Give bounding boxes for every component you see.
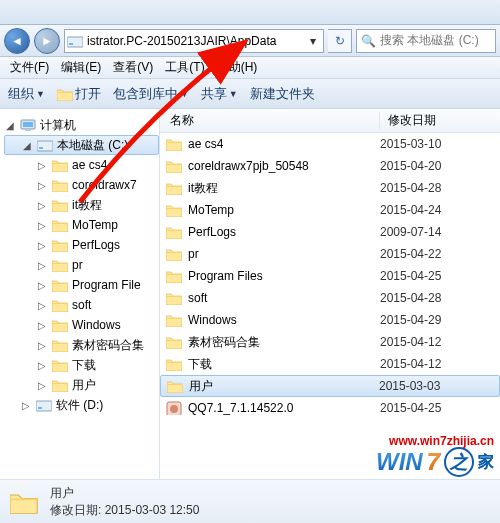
chevron-down-icon: ▼ <box>36 89 45 99</box>
tree-item[interactable]: ▷soft <box>4 295 159 315</box>
expand-icon[interactable]: ▷ <box>36 300 48 311</box>
computer-icon <box>20 117 36 133</box>
back-button[interactable]: ◄ <box>4 28 30 54</box>
file-row[interactable]: MoTemp2015-04-24 <box>160 199 500 221</box>
navigation-row: ◄ ► istrator.PC-20150213JAIR\AppData ▾ ↻… <box>0 25 500 57</box>
search-placeholder: 搜索 本地磁盘 (C:) <box>380 32 479 49</box>
tree-item[interactable]: ▷it教程 <box>4 195 159 215</box>
folder-icon <box>166 246 182 262</box>
folder-icon <box>52 317 68 333</box>
organize-button[interactable]: 组织 ▼ <box>8 85 45 103</box>
menu-view[interactable]: 查看(V) <box>109 57 157 78</box>
expand-icon[interactable]: ▷ <box>36 260 48 271</box>
expand-icon[interactable]: ▷ <box>20 400 32 411</box>
expand-icon[interactable]: ▷ <box>36 180 48 191</box>
address-bar[interactable]: istrator.PC-20150213JAIR\AppData ▾ <box>64 29 324 53</box>
search-icon: 🔍 <box>361 34 376 48</box>
tree-item[interactable]: ▷PerfLogs <box>4 235 159 255</box>
folder-icon <box>52 177 68 193</box>
tree-computer[interactable]: ◢ 计算机 <box>4 115 159 135</box>
new-folder-button[interactable]: 新建文件夹 <box>250 85 315 103</box>
tree-c-drive[interactable]: ◢ 本地磁盘 (C:) <box>4 135 159 155</box>
open-button[interactable]: 打开 <box>57 85 101 103</box>
expand-icon[interactable]: ▷ <box>36 320 48 331</box>
file-row[interactable]: pr2015-04-22 <box>160 243 500 265</box>
folder-icon <box>52 277 68 293</box>
tree-d-drive[interactable]: ▷ 软件 (D:) <box>4 395 159 415</box>
tree-item[interactable]: ▷pr <box>4 255 159 275</box>
share-button[interactable]: 共享 ▼ <box>201 85 238 103</box>
tree-item[interactable]: ▷ae cs4 <box>4 155 159 175</box>
file-row[interactable]: 用户2015-03-03 <box>160 375 500 397</box>
tree-item[interactable]: ▷Windows <box>4 315 159 335</box>
folder-icon <box>166 136 182 152</box>
folder-icon <box>166 334 182 350</box>
folder-icon <box>166 202 182 218</box>
file-row[interactable]: Program Files2015-04-25 <box>160 265 500 287</box>
menu-edit[interactable]: 编辑(E) <box>57 57 105 78</box>
include-button[interactable]: 包含到库中 ▼ <box>113 85 189 103</box>
expand-icon[interactable]: ▷ <box>36 380 48 391</box>
tree-item[interactable]: ▷Program File <box>4 275 159 295</box>
folder-icon <box>166 356 182 372</box>
drive-icon <box>67 33 83 49</box>
folder-icon <box>52 237 68 253</box>
file-row[interactable]: PerfLogs2009-07-14 <box>160 221 500 243</box>
folder-icon <box>52 377 68 393</box>
expand-icon[interactable]: ▷ <box>36 200 48 211</box>
status-date: 修改日期: 2015-03-03 12:50 <box>50 502 199 519</box>
file-row[interactable]: Windows2015-04-29 <box>160 309 500 331</box>
folder-icon <box>52 197 68 213</box>
forward-button[interactable]: ► <box>34 28 60 54</box>
file-row[interactable]: 下载2015-04-12 <box>160 353 500 375</box>
folder-icon <box>8 486 40 518</box>
drive-icon <box>37 137 53 153</box>
exe-icon <box>166 400 182 416</box>
file-row[interactable]: coreldrawx7pjb_505482015-04-20 <box>160 155 500 177</box>
expand-icon[interactable]: ▷ <box>36 340 48 351</box>
file-list: 名称 修改日期 ae cs42015-03-10coreldrawx7pjb_5… <box>160 109 500 479</box>
file-row[interactable]: QQ7.1_7.1.14522.02015-04-25 <box>160 397 500 419</box>
column-name[interactable]: 名称 <box>160 112 380 129</box>
chevron-down-icon: ▼ <box>229 89 238 99</box>
expand-icon[interactable]: ▷ <box>36 160 48 171</box>
expand-icon[interactable]: ▷ <box>36 360 48 371</box>
file-row[interactable]: 素材密码合集2015-04-12 <box>160 331 500 353</box>
expand-icon[interactable]: ▷ <box>36 240 48 251</box>
tree-item[interactable]: ▷用户 <box>4 375 159 395</box>
navigation-tree: ◢ 计算机 ◢ 本地磁盘 (C:) ▷ae cs4▷coreldrawx7▷it… <box>0 109 160 479</box>
tree-item[interactable]: ▷素材密码合集 <box>4 335 159 355</box>
folder-icon <box>52 297 68 313</box>
address-text: istrator.PC-20150213JAIR\AppData <box>87 34 305 48</box>
folder-icon <box>52 217 68 233</box>
folder-icon <box>167 378 183 394</box>
folder-icon <box>166 312 182 328</box>
file-row[interactable]: soft2015-04-28 <box>160 287 500 309</box>
expand-icon[interactable]: ◢ <box>21 140 33 151</box>
expand-icon[interactable]: ▷ <box>36 280 48 291</box>
drive-icon <box>36 397 52 413</box>
file-row[interactable]: ae cs42015-03-10 <box>160 133 500 155</box>
toolbar: 组织 ▼ 打开 包含到库中 ▼ 共享 ▼ 新建文件夹 <box>0 79 500 109</box>
folder-icon <box>57 87 73 101</box>
folder-icon <box>166 158 182 174</box>
column-date[interactable]: 修改日期 <box>380 112 500 129</box>
address-dropdown-icon[interactable]: ▾ <box>305 34 321 48</box>
file-row[interactable]: it教程2015-04-28 <box>160 177 500 199</box>
expand-icon[interactable]: ▷ <box>36 220 48 231</box>
tree-item[interactable]: ▷下载 <box>4 355 159 375</box>
column-header: 名称 修改日期 <box>160 109 500 133</box>
tree-item[interactable]: ▷MoTemp <box>4 215 159 235</box>
menu-bar: 文件(F) 编辑(E) 查看(V) 工具(T) 帮助(H) <box>0 57 500 79</box>
refresh-button[interactable]: ↻ <box>328 29 352 53</box>
tree-item[interactable]: ▷coreldrawx7 <box>4 175 159 195</box>
search-input[interactable]: 🔍 搜索 本地磁盘 (C:) <box>356 29 496 53</box>
folder-icon <box>52 257 68 273</box>
folder-icon <box>166 290 182 306</box>
chevron-down-icon: ▼ <box>180 89 189 99</box>
expand-icon[interactable]: ◢ <box>4 120 16 131</box>
menu-help[interactable]: 帮助(H) <box>213 57 262 78</box>
folder-icon <box>166 268 182 284</box>
menu-tools[interactable]: 工具(T) <box>161 57 208 78</box>
menu-file[interactable]: 文件(F) <box>6 57 53 78</box>
